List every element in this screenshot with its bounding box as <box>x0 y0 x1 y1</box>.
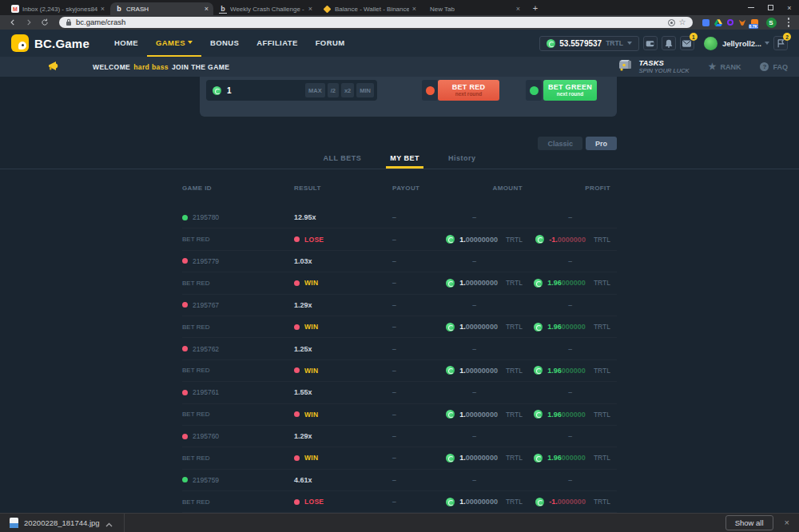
min-button[interactable]: MIN <box>356 83 374 97</box>
welcome-bar: WELCOMEhard bassJOIN THE GAME TASKS SPIN… <box>0 57 799 77</box>
chevron-down-icon <box>188 41 193 44</box>
browser-tab-crash[interactable]: CRASH × <box>110 2 213 15</box>
payout-empty: – <box>378 388 454 396</box>
drive-extension-icon[interactable] <box>714 19 722 26</box>
forward-icon[interactable] <box>22 17 35 28</box>
nav-item-home[interactable]: HOME <box>105 30 147 57</box>
bet-label: BET RED <box>182 367 294 374</box>
payout-empty: – <box>378 279 454 287</box>
user-avatar[interactable] <box>704 37 718 50</box>
payout-empty: – <box>378 411 454 419</box>
fox-extension-icon[interactable] <box>738 19 746 26</box>
red-indicator[interactable] <box>422 80 438 101</box>
max-button[interactable]: MAX <box>305 83 325 97</box>
bet-row[interactable]: BET REDWIN–1.00000000TRTL1.96000000TRTL <box>182 447 617 469</box>
game-row[interactable]: 21957594.61x––– <box>182 470 617 491</box>
tab-history[interactable]: History <box>448 154 476 169</box>
tab-close-icon[interactable]: × <box>412 6 416 13</box>
classic-mode-button[interactable]: Classic <box>538 137 582 150</box>
green-indicator[interactable] <box>526 80 542 101</box>
double-button[interactable]: x2 <box>341 83 354 97</box>
tab-close-icon[interactable]: × <box>308 6 312 13</box>
trtl-coin-icon <box>547 39 555 48</box>
pro-mode-button[interactable]: Pro <box>586 137 617 150</box>
game-id: 2195760 <box>193 432 219 440</box>
faq-link[interactable]: ? FAQ <box>760 62 788 71</box>
bet-amount-value[interactable]: 1 <box>227 86 303 95</box>
download-item[interactable]: 20200228_181744.jpg <box>10 516 113 530</box>
bet-outcome: LOSE <box>304 236 324 244</box>
minimize-button[interactable] <box>741 0 761 15</box>
tab-my-bet[interactable]: MY BET <box>390 154 419 169</box>
coin-icon <box>446 410 455 419</box>
url-bar[interactable]: bc.game/crash ☆ <box>59 17 693 28</box>
chevron-up-icon[interactable] <box>105 516 113 530</box>
tab-close-icon[interactable]: × <box>516 6 520 13</box>
balance-selector[interactable]: 53.5579537 TRTL <box>539 36 639 51</box>
close-downloads-icon[interactable]: × <box>785 518 789 527</box>
bet-green-button[interactable]: BET GREEN next round <box>543 80 597 101</box>
wallet-button[interactable] <box>643 36 658 50</box>
bet-row[interactable]: BET REDWIN–1.00000000TRTL1.96000000TRTL <box>182 360 617 382</box>
send-to-device-icon[interactable] <box>668 19 675 26</box>
game-row[interactable]: 21957601.29x––– <box>182 426 617 447</box>
chrome-menu-icon[interactable] <box>785 18 793 27</box>
game-row[interactable]: 21957621.25x––– <box>182 338 617 359</box>
rewards-button[interactable]: 2 <box>773 36 788 50</box>
show-all-button[interactable]: Show all <box>725 515 773 530</box>
half-button[interactable]: /2 <box>328 83 339 97</box>
bet-row[interactable]: BET REDLOSE–1.00000000TRTL-1.0000000TRTL <box>182 228 617 250</box>
tab-close-icon[interactable]: × <box>101 6 105 13</box>
tab-close-icon[interactable]: × <box>205 6 209 13</box>
game-row[interactable]: 21957791.03x––– <box>182 251 617 272</box>
nav-item-games[interactable]: GAMES <box>147 30 201 57</box>
bet-row[interactable]: BET REDLOSE–1.00000000TRTL-1.0000000TRTL <box>182 491 617 513</box>
browser-tab-forum[interactable]: Weekly Crash Challenge - Red R... × <box>214 2 317 15</box>
back-icon[interactable] <box>6 17 19 28</box>
browser-tab-binance[interactable]: Balance - Wallet - Binance × <box>318 2 421 15</box>
game-result-dot <box>182 390 188 395</box>
rank-star-icon: ★ <box>709 62 717 71</box>
payout-empty: – <box>378 454 454 462</box>
game-result-dot <box>182 258 188 264</box>
browser-tab-gmail[interactable]: Inbox (2,243) - skyjones84@gma... × <box>6 2 109 15</box>
messages-button[interactable]: 1 <box>680 36 694 50</box>
bet-row[interactable]: BET REDWIN–1.00000000TRTL1.96000000TRTL <box>182 316 617 338</box>
tasks-link[interactable]: TASKS SPIN YOUR LUCK <box>618 59 689 74</box>
nav-item-bonus[interactable]: BONUS <box>201 30 248 57</box>
game-row[interactable]: 219578012.95x––– <box>182 207 617 228</box>
chrome-profile-avatar[interactable]: S <box>766 18 777 28</box>
header-right: 53.5579537 TRTL 1 Jellyroll2... 2 <box>539 30 788 57</box>
game-result-dot <box>182 434 188 439</box>
nav-item-affiliate[interactable]: AFFILIATE <box>248 30 306 57</box>
extension-icon-badged[interactable]: 8.7K <box>751 19 758 26</box>
game-result: 1.29x <box>294 432 378 440</box>
bet-amount: 1.00000000TRTL <box>454 498 534 506</box>
game-row[interactable]: 21957611.55x––– <box>182 382 617 403</box>
game-row[interactable]: 21957671.29x––– <box>182 295 617 316</box>
new-tab-button[interactable]: + <box>529 2 542 14</box>
notifications-button[interactable] <box>662 36 676 50</box>
bet-amount-input[interactable]: 1 MAX /2 x2 MIN <box>206 80 377 101</box>
bet-row[interactable]: BET REDWIN–1.00000000TRTL1.96000000TRTL <box>182 404 617 426</box>
bet-red-button[interactable]: BET RED next round <box>438 80 499 101</box>
bookmark-star-icon[interactable]: ☆ <box>679 18 686 26</box>
browser-tab-newtab[interactable]: New Tab × <box>422 2 525 15</box>
extension-icon-blue[interactable] <box>702 19 710 26</box>
bets-table: GAME ID RESULT PAYOUT AMOUNT PROFIT 2195… <box>182 169 617 513</box>
question-mark-icon: ? <box>760 62 769 71</box>
extension-icon-purple[interactable] <box>727 19 733 26</box>
coin-icon <box>534 279 543 288</box>
close-button[interactable]: × <box>780 0 799 15</box>
brand[interactable]: BC.Game <box>11 30 89 57</box>
rank-link[interactable]: ★ RANK <box>709 62 741 71</box>
maximize-button[interactable] <box>761 0 780 15</box>
tab-all-bets[interactable]: ALL BETS <box>323 154 361 169</box>
bet-label: BET RED <box>182 455 294 462</box>
bcgame-favicon <box>115 5 123 13</box>
bet-row[interactable]: BET REDWIN–1.00000000TRTL1.96000000TRTL <box>182 272 617 294</box>
user-name[interactable]: Jellyroll2... <box>722 39 761 48</box>
nav-item-forum[interactable]: FORUM <box>307 30 354 57</box>
profit-empty: – <box>534 476 617 484</box>
reload-icon[interactable] <box>38 17 51 28</box>
